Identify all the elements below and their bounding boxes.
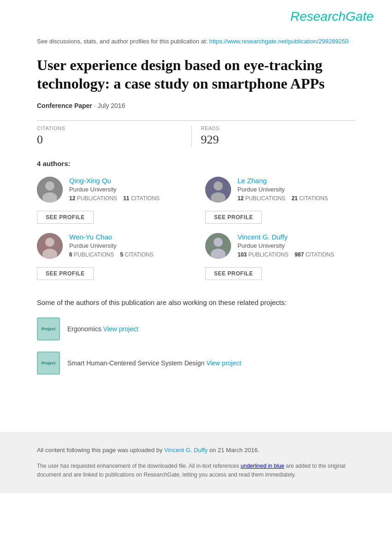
project-name-0: Ergonomics bbox=[67, 325, 101, 333]
footer-note: The user has requested enhancement of th… bbox=[37, 462, 355, 479]
project-icon-1: Project bbox=[37, 352, 60, 375]
author-info-3: Vincent G. Duffy Purdue University 103 P… bbox=[238, 233, 334, 258]
author-name-1[interactable]: Le Zhang bbox=[238, 177, 328, 185]
see-discussion-bar: See discussions, stats, and author profi… bbox=[37, 38, 355, 45]
project-link-1[interactable]: View project bbox=[206, 359, 241, 367]
author-avatar-2 bbox=[37, 233, 63, 259]
author-top-1: Le Zhang Purdue University 12 PUBLICATIO… bbox=[205, 177, 355, 203]
svg-point-1 bbox=[45, 181, 54, 191]
author-top-2: Wen-Yu Chao Purdue University 6 PUBLICAT… bbox=[37, 233, 187, 259]
author-stats-2: 6 PUBLICATIONS 5 CITATIONS bbox=[69, 251, 154, 258]
publication-link[interactable]: https://www.researchgate.net/publication… bbox=[209, 38, 349, 45]
project-icon-label-0: Project bbox=[42, 327, 56, 332]
author-name-2[interactable]: Wen-Yu Chao bbox=[69, 233, 154, 241]
see-profile-button-0[interactable]: SEE PROFILE bbox=[37, 211, 94, 224]
project-icon-label-1: Project bbox=[42, 361, 56, 366]
citations-block: CITATIONS 0 bbox=[37, 125, 191, 147]
see-discussion-text: See discussions, stats, and author profi… bbox=[37, 38, 208, 45]
author-pub-label-3: PUBLICATIONS bbox=[248, 251, 288, 258]
researchgate-logo: ResearchGate bbox=[290, 9, 374, 24]
author-affiliation-1: Purdue University bbox=[238, 186, 328, 193]
citations-label: CITATIONS bbox=[37, 125, 182, 131]
author-info-2: Wen-Yu Chao Purdue University 6 PUBLICAT… bbox=[69, 233, 154, 258]
author-card-2: Wen-Yu Chao Purdue University 6 PUBLICAT… bbox=[37, 233, 187, 280]
author-stats-3: 103 PUBLICATIONS 987 CITATIONS bbox=[238, 251, 334, 258]
author-cit-count-3: 987 bbox=[295, 251, 304, 258]
author-pub-label-2: PUBLICATIONS bbox=[74, 251, 114, 258]
author-pub-count-3: 103 bbox=[238, 251, 247, 258]
author-top-0: Qing-Xing Qu Purdue University 12 PUBLIC… bbox=[37, 177, 187, 203]
project-text-0: Ergonomics View project bbox=[67, 325, 138, 333]
svg-point-7 bbox=[45, 238, 54, 247]
page-header: ResearchGate bbox=[0, 0, 392, 29]
project-item-1: Project Smart Human-Centered Service Sys… bbox=[37, 352, 355, 375]
citations-value: 0 bbox=[37, 133, 182, 147]
author-info-0: Qing-Xing Qu Purdue University 12 PUBLIC… bbox=[69, 177, 160, 202]
author-info-1: Le Zhang Purdue University 12 PUBLICATIO… bbox=[238, 177, 328, 202]
author-name-0[interactable]: Qing-Xing Qu bbox=[69, 177, 160, 185]
main-content: See discussions, stats, and author profi… bbox=[0, 29, 392, 404]
footer-upload-date: on 21 March 2016. bbox=[209, 447, 259, 454]
see-profile-button-3[interactable]: SEE PROFILE bbox=[205, 267, 262, 280]
author-affiliation-2: Purdue University bbox=[69, 242, 154, 249]
author-pub-count-0: 12 bbox=[69, 195, 75, 202]
author-pub-count-2: 6 bbox=[69, 251, 72, 258]
author-cit-count-1: 21 bbox=[291, 195, 297, 202]
author-card-0: Qing-Xing Qu Purdue University 12 PUBLIC… bbox=[37, 177, 187, 224]
author-avatar-1 bbox=[205, 177, 231, 203]
footer-note-link[interactable]: underlined in blue bbox=[241, 463, 285, 469]
related-projects-heading: Some of the authors of this publication … bbox=[37, 298, 355, 306]
paper-separator: · bbox=[94, 102, 98, 109]
author-pub-count-1: 12 bbox=[238, 195, 244, 202]
paper-type: Conference Paper · July 2016 bbox=[37, 102, 355, 109]
footer-section: All content following this page was uplo… bbox=[0, 432, 392, 493]
authors-heading: 4 authors: bbox=[37, 160, 355, 167]
project-icon-0: Project bbox=[37, 317, 60, 340]
author-stats-0: 12 PUBLICATIONS 11 CITATIONS bbox=[69, 195, 160, 202]
footer-upload-text: All content following this page was uplo… bbox=[37, 446, 355, 455]
reads-value: 929 bbox=[201, 133, 346, 147]
author-name-3[interactable]: Vincent G. Duffy bbox=[238, 233, 334, 241]
footer-upload-prefix: All content following this page was uplo… bbox=[37, 447, 162, 454]
stats-section: CITATIONS 0 READS 929 bbox=[37, 120, 355, 147]
see-profile-button-2[interactable]: SEE PROFILE bbox=[37, 267, 94, 280]
author-affiliation-0: Purdue University bbox=[69, 186, 160, 193]
authors-grid: Qing-Xing Qu Purdue University 12 PUBLIC… bbox=[37, 177, 355, 280]
author-card-3: Vincent G. Duffy Purdue University 103 P… bbox=[205, 233, 355, 280]
author-cit-label-3: CITATIONS bbox=[305, 251, 334, 258]
paper-date: July 2016 bbox=[98, 102, 125, 109]
author-top-3: Vincent G. Duffy Purdue University 103 P… bbox=[205, 233, 355, 259]
author-card-1: Le Zhang Purdue University 12 PUBLICATIO… bbox=[205, 177, 355, 224]
footer-note-text: The user has requested enhancement of th… bbox=[37, 463, 239, 469]
author-affiliation-3: Purdue University bbox=[238, 242, 334, 249]
svg-point-10 bbox=[214, 238, 223, 247]
footer-uploader-link[interactable]: Vincent G. Duffy bbox=[164, 447, 208, 454]
author-avatar-0 bbox=[37, 177, 63, 203]
project-item-0: Project Ergonomics View project bbox=[37, 317, 355, 340]
author-cit-label-0: CITATIONS bbox=[131, 195, 160, 202]
reads-label: READS bbox=[201, 125, 346, 131]
author-cit-count-2: 5 bbox=[120, 251, 124, 258]
author-avatar-3 bbox=[205, 233, 231, 259]
reads-block: READS 929 bbox=[191, 125, 356, 147]
author-cit-label-1: CITATIONS bbox=[299, 195, 328, 202]
project-text-1: Smart Human-Centered Service System Desi… bbox=[67, 359, 241, 367]
project-name-1: Smart Human-Centered Service System Desi… bbox=[67, 359, 204, 367]
author-stats-1: 12 PUBLICATIONS 21 CITATIONS bbox=[238, 195, 328, 202]
svg-point-4 bbox=[214, 181, 223, 191]
project-link-0[interactable]: View project bbox=[103, 325, 138, 333]
see-profile-button-1[interactable]: SEE PROFILE bbox=[205, 211, 262, 224]
author-cit-count-0: 11 bbox=[123, 195, 129, 202]
author-cit-label-2: CITATIONS bbox=[125, 251, 154, 258]
author-pub-label-0: PUBLICATIONS bbox=[77, 195, 117, 202]
author-pub-label-1: PUBLICATIONS bbox=[245, 195, 285, 202]
paper-title: User experience design based on eye-trac… bbox=[37, 56, 355, 93]
paper-type-label: Conference Paper bbox=[37, 102, 92, 109]
